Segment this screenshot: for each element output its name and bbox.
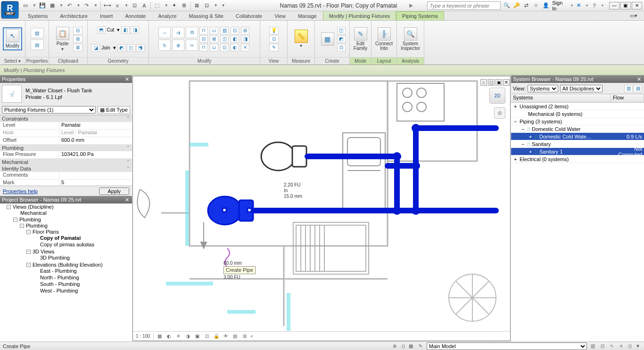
- tree-node[interactable]: North - Plumbing: [33, 275, 132, 280]
- property-category[interactable]: Mechanical⌃: [0, 159, 132, 165]
- tab-annotate[interactable]: Annotate: [119, 11, 152, 20]
- redo-icon[interactable]: ↷: [83, 2, 90, 9]
- tab-insert[interactable]: Insert: [94, 11, 119, 20]
- sb-col-systems[interactable]: Systems: [511, 94, 611, 102]
- geo-btn5[interactable]: ⬔: [136, 44, 145, 52]
- property-row[interactable]: HostLevel : Pamatai: [0, 130, 132, 137]
- align-icon[interactable]: ≡: [114, 2, 121, 9]
- tag-icon[interactable]: ⊡: [131, 2, 138, 9]
- project-browser-title-bar[interactable]: Project Browser - Namas 09 25.rvt✕: [0, 196, 132, 203]
- mod-5[interactable]: ⊞: [241, 27, 249, 34]
- system-inspector-button[interactable]: 🔍System Inspector: [399, 26, 422, 52]
- section-icon[interactable]: ✦: [171, 2, 178, 9]
- qat-customize-icon[interactable]: ▼: [222, 3, 225, 8]
- copy2-button[interactable]: ⊕: [172, 40, 184, 51]
- properties-filter-select[interactable]: Plumbing Fixtures (1): [2, 106, 96, 114]
- property-category[interactable]: Plumbing⌃: [0, 145, 132, 151]
- scale-label[interactable]: 1 : 100: [136, 334, 150, 339]
- mod-11[interactable]: ⊓: [199, 44, 208, 51]
- close-inactive-icon[interactable]: ⊠: [194, 2, 201, 9]
- tab-collaborate[interactable]: Collaborate: [230, 11, 268, 20]
- property-row[interactable]: Offset600.0 mm: [0, 137, 132, 145]
- tree-node[interactable]: East - Plumbing: [33, 268, 132, 274]
- sb-column-btn1[interactable]: ▥: [624, 85, 633, 92]
- properties-help-link[interactable]: Properties help: [3, 188, 38, 194]
- close-icon[interactable]: ✕: [124, 197, 130, 203]
- reveal-icon[interactable]: ▤: [232, 334, 239, 339]
- visual-style-icon[interactable]: ◐: [166, 334, 173, 339]
- worksets-icon[interactable]: ⊞: [241, 334, 248, 339]
- system-row[interactable]: Mechanical (0 systems): [511, 110, 644, 118]
- tab-view[interactable]: View: [268, 11, 292, 20]
- workset-select[interactable]: Main Model: [427, 342, 587, 350]
- system-row[interactable]: +⎍Sanitary 1Not Computed: [511, 148, 644, 155]
- properties-grid[interactable]: Constraints⌃LevelPamataiHostLevel : Pama…: [0, 115, 132, 186]
- tab-architecture[interactable]: Architecture: [54, 11, 94, 20]
- tree-node[interactable]: Copy of Pamatai: [33, 235, 132, 241]
- tree-node[interactable]: −Floor Plans: [26, 229, 132, 235]
- open-icon[interactable]: ▭: [22, 2, 29, 9]
- crop-region-icon[interactable]: ⊡: [204, 334, 210, 339]
- type-properties-button[interactable]: ▧: [31, 28, 44, 38]
- sb-discipline-select[interactable]: All Disciplines: [560, 85, 603, 92]
- filter-icon[interactable]: ▼: [635, 343, 641, 349]
- key-icon[interactable]: 🔑: [513, 2, 520, 9]
- properties-title-bar[interactable]: Properties✕: [0, 75, 132, 83]
- property-row[interactable]: LevelPamatai: [0, 122, 132, 130]
- clip-button[interactable]: ⊠: [73, 44, 83, 51]
- window-minimize-button[interactable]: —: [609, 2, 619, 9]
- sun-path-icon[interactable]: ☀: [175, 334, 182, 339]
- property-category[interactable]: Identity Data⌃: [0, 165, 132, 172]
- tree-node[interactable]: Mechanical: [13, 210, 132, 216]
- shadows-icon[interactable]: ◑: [185, 334, 191, 339]
- cr3[interactable]: ⊡: [337, 44, 346, 51]
- mod-3[interactable]: ▥: [220, 27, 229, 34]
- properties-button[interactable]: ▤: [31, 40, 44, 50]
- system-row[interactable]: −Piping (3 systems): [511, 118, 644, 125]
- user-icon[interactable]: 👤: [543, 2, 550, 9]
- property-row[interactable]: Mark5: [0, 179, 132, 186]
- paste-button[interactable]: 📋Paste▼: [54, 26, 71, 52]
- geo-btn4[interactable]: ◫: [127, 44, 135, 52]
- st-icon5[interactable]: ⊡: [599, 343, 606, 349]
- mod-2[interactable]: ⊔: [210, 27, 218, 34]
- mod-8[interactable]: ◫: [220, 35, 229, 43]
- rotate-button[interactable]: ↻: [158, 40, 171, 51]
- geo-btn2[interactable]: ◨: [131, 26, 139, 34]
- tab-piping-systems[interactable]: Piping Systems: [396, 11, 444, 20]
- st-icon4[interactable]: ▥: [590, 343, 596, 349]
- cope-button[interactable]: ⬒: [97, 26, 106, 34]
- close-icon[interactable]: ✕: [124, 76, 130, 82]
- mod-13[interactable]: ⊡: [220, 44, 229, 51]
- modify-button[interactable]: ↖Modify: [3, 27, 22, 50]
- undo-icon[interactable]: ↶: [66, 2, 73, 9]
- st-icon6[interactable]: ↖: [609, 343, 615, 349]
- tree-node[interactable]: 3D Plumbing: [33, 255, 132, 260]
- window-restore-button[interactable]: ▣: [620, 2, 631, 9]
- save-icon[interactable]: 💾: [39, 2, 46, 9]
- binoculars-icon[interactable]: 🔍: [504, 2, 511, 9]
- lock-icon[interactable]: 🔒: [213, 334, 220, 339]
- tab-systems[interactable]: Systems: [22, 11, 54, 20]
- 3d-icon[interactable]: ⬚: [154, 2, 161, 9]
- x-app-icon[interactable]: ✕: [576, 2, 583, 9]
- detail-level-icon[interactable]: ▦: [157, 334, 163, 339]
- copy-button[interactable]: ⊞: [73, 35, 83, 43]
- mirror-button[interactable]: ⧉: [186, 27, 198, 38]
- tab-modify-plumbing[interactable]: Modify | Plumbing Fixtures: [323, 11, 396, 20]
- mod-7[interactable]: ⊠: [210, 35, 218, 43]
- tree-node[interactable]: West - Plumbing: [33, 288, 132, 293]
- geo-btn3[interactable]: ◩: [117, 44, 126, 52]
- view-btn1[interactable]: 💡: [269, 27, 279, 34]
- tree-node[interactable]: −Elevations (Building Elevation): [26, 262, 132, 268]
- match-button[interactable]: ⊟: [73, 27, 83, 34]
- sb-column-btn2[interactable]: ▤: [634, 85, 642, 92]
- edit-type-button[interactable]: ▦Edit Type: [98, 106, 130, 114]
- tree-node[interactable]: −Plumbing: [13, 217, 132, 222]
- apply-button[interactable]: Apply: [99, 187, 129, 195]
- mod-4[interactable]: ⊡: [231, 27, 239, 34]
- temp-hide-icon[interactable]: 👁: [223, 334, 229, 339]
- system-row[interactable]: +⎍Domestic Cold Wate…0.9 L/s: [511, 133, 644, 140]
- mod-6[interactable]: ⊟: [199, 35, 208, 43]
- system-browser-table[interactable]: SystemsFlow +Unassigned (2 items)Mechani…: [511, 94, 644, 342]
